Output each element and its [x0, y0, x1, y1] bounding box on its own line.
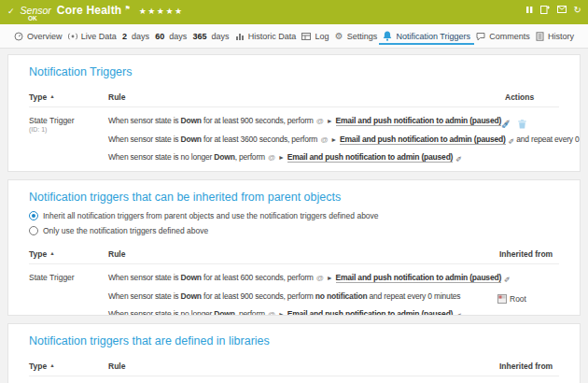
- prtg-notification-triggers-page: ✓ Sensor Core Health ⚑ ★★★★★ OK ↻ Overvi…: [0, 0, 588, 383]
- tab-2-days[interactable]: 2days: [122, 24, 149, 48]
- section-notification-triggers: Notification TriggersType▲RuleActionsSta…: [7, 54, 581, 172]
- rule-text-bold: Down: [214, 152, 234, 162]
- rule-text: for at least 900 seconds, perform: [202, 291, 315, 301]
- tab-365-days[interactable]: 365days: [192, 24, 229, 48]
- trigger-type: State Trigger: [29, 269, 108, 287]
- rule-text: When sensor state is: [108, 116, 181, 125]
- gauge-icon: [14, 32, 23, 41]
- edit-trigger-icon[interactable]: ✎: [501, 120, 509, 129]
- radio-option[interactable]: Only use the notification triggers defin…: [29, 226, 580, 235]
- sensor-title-line: ✓ Sensor Core Health ⚑ ★★★★★: [0, 0, 588, 17]
- tab-log[interactable]: Log: [301, 24, 329, 48]
- status-badge: OK: [28, 15, 37, 21]
- history-icon: [536, 32, 544, 41]
- radio-option[interactable]: Inherit all notification triggers from p…: [29, 211, 580, 220]
- column-header-type: Type▲: [29, 92, 108, 102]
- trigger-rule: When sensor state is Down for at least 6…: [108, 269, 473, 288]
- trigger-rule: When sensor state is Down for at least 9…: [108, 112, 473, 131]
- run-arrow-icon: ►: [278, 311, 285, 316]
- tab-bar: OverviewLive Data2days60days365daysHisto…: [0, 24, 588, 49]
- notification-icons: @►: [316, 116, 333, 125]
- tab-label: Historic Data: [248, 32, 297, 41]
- sort-ascending-icon[interactable]: ▲: [49, 93, 54, 99]
- tab-60-days[interactable]: 60days: [155, 24, 187, 48]
- notification-icons: @►: [268, 309, 285, 316]
- column-header-rule: Rule: [108, 249, 473, 259]
- radio-unselected-icon[interactable]: [29, 226, 38, 235]
- tab-live-data[interactable]: Live Data: [68, 24, 117, 48]
- trigger-table: Type▲RuleActionsState Trigger(ID: 1)When…: [29, 87, 559, 167]
- rule-text: for at least 900 seconds, perform: [202, 116, 315, 125]
- tab-comments[interactable]: Comments: [476, 24, 530, 48]
- inherited-from-link[interactable]: Root: [510, 294, 526, 304]
- column-header-type: Type▲: [29, 249, 108, 259]
- gear-icon: ⚙: [335, 32, 343, 41]
- tab-label: Live Data: [81, 32, 117, 41]
- pause-icon[interactable]: [526, 6, 533, 14]
- tab-label: days: [132, 32, 149, 41]
- trigger-actions: ✎: [473, 112, 559, 167]
- refresh-icon[interactable]: ↻: [574, 6, 581, 14]
- priority-stars[interactable]: ★★★★★: [139, 7, 184, 16]
- delete-trigger-icon[interactable]: [518, 120, 526, 129]
- column-header-actions: Actions: [473, 92, 559, 102]
- tab-label: days: [169, 32, 187, 41]
- tab-label: Comments: [489, 32, 530, 41]
- rule-text-bold: no notification: [315, 291, 368, 301]
- tab-overview[interactable]: Overview: [14, 24, 63, 48]
- edit-notification-icon[interactable]: ✎: [504, 269, 511, 288]
- trigger-table: Type▲RuleInherited from(no triggers defi…: [29, 356, 559, 383]
- tab-number: 60: [155, 32, 164, 41]
- favorite-flag-icon[interactable]: ⚑: [124, 5, 130, 12]
- tab-label: days: [212, 32, 230, 41]
- column-header-rule: Rule: [108, 362, 473, 371]
- tab-label: Settings: [347, 32, 378, 41]
- contact-icon: @: [268, 310, 275, 316]
- edit-notification-icon[interactable]: ✎: [509, 131, 515, 149]
- rule-text-bold: Down: [181, 291, 202, 301]
- notification-icons: @►: [268, 152, 285, 162]
- add-report-icon[interactable]: [540, 5, 550, 14]
- email-icon[interactable]: [557, 6, 567, 13]
- rule-text: for at least 600 seconds, perform: [202, 273, 315, 282]
- column-header-rule: Rule: [108, 92, 473, 102]
- column-header-inherited-from: Inherited from: [473, 362, 559, 371]
- table-header-row: Type▲RuleInherited from: [29, 244, 559, 264]
- rule-text: When sensor state is no longer: [108, 152, 214, 162]
- tab-notification-triggers[interactable]: Notification Triggers: [383, 24, 470, 48]
- tab-history[interactable]: History: [536, 24, 574, 48]
- sort-ascending-icon[interactable]: ▲: [49, 250, 54, 256]
- edit-notification-icon[interactable]: ✎: [455, 305, 462, 316]
- comment-icon: [476, 32, 485, 41]
- sensor-header: ✓ Sensor Core Health ⚑ ★★★★★ OK ↻: [0, 0, 588, 24]
- tab-label: Notification Triggers: [396, 32, 470, 41]
- trigger-row: State TriggerWhen sensor state is Down f…: [29, 264, 559, 316]
- contact-icon: @: [320, 135, 328, 144]
- chart-icon: [235, 32, 245, 41]
- tab-label: History: [548, 32, 574, 41]
- tab-number: 365: [192, 32, 206, 41]
- column-header-label: Type: [29, 249, 47, 259]
- edit-notification-icon[interactable]: ✎: [455, 149, 462, 167]
- section-title: Notification triggers that are defined i…: [29, 334, 580, 348]
- section-inherited-triggers: Notification triggers that can be inheri…: [7, 179, 581, 316]
- rule-text-bold: Down: [181, 135, 202, 144]
- run-arrow-icon: ►: [330, 136, 337, 143]
- radio-selected-icon[interactable]: [29, 211, 38, 220]
- live-icon: [68, 32, 77, 41]
- column-header-label: Type: [29, 362, 47, 371]
- contact-icon: @: [316, 274, 324, 282]
- tab-settings[interactable]: ⚙Settings: [335, 24, 378, 48]
- rule-text: , perform: [235, 309, 267, 316]
- sort-ascending-icon[interactable]: ▲: [49, 362, 54, 368]
- rule-text: When sensor state is no longer: [108, 309, 214, 316]
- notification-link[interactable]: Email and push notification to admin (pa…: [287, 309, 454, 316]
- notification-link[interactable]: Email and push notification to admin (pa…: [287, 152, 454, 163]
- notification-icons: @►: [316, 273, 333, 282]
- trigger-rule: When sensor state is Down for at least 3…: [108, 131, 473, 149]
- column-header-inherited-from: Inherited from: [473, 249, 559, 259]
- status-ok-check-icon: ✓: [7, 7, 15, 16]
- notification-icons: @►: [320, 135, 337, 144]
- bell-icon: [383, 31, 392, 41]
- tab-historic-data[interactable]: Historic Data: [235, 24, 297, 48]
